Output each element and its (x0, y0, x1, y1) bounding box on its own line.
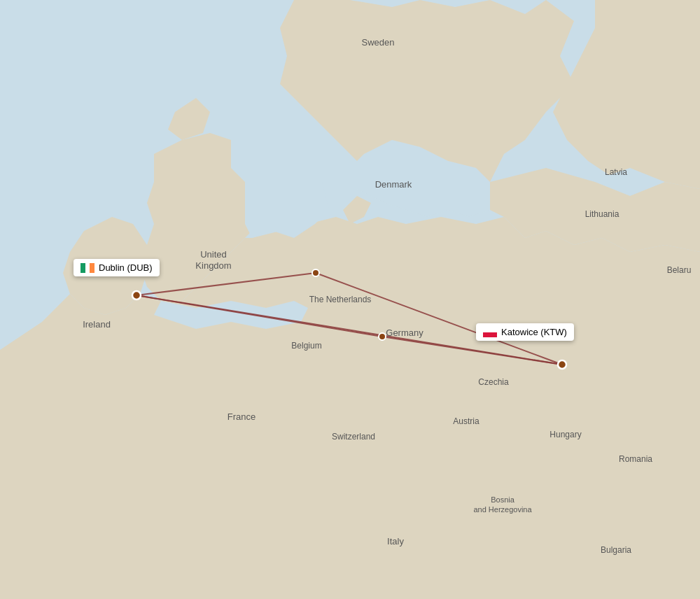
svg-text:The Netherlands: The Netherlands (309, 295, 372, 304)
svg-text:Kingdom: Kingdom (195, 260, 231, 271)
svg-text:Italy: Italy (387, 536, 404, 547)
katowice-airport-text: Katowice (KTW) (501, 327, 567, 337)
svg-text:Switzerland: Switzerland (332, 432, 375, 442)
svg-text:Lithuania: Lithuania (585, 209, 620, 219)
svg-text:France: France (227, 411, 255, 422)
svg-text:Romania: Romania (619, 454, 652, 464)
katowice-airport-label: Katowice (KTW) (476, 323, 574, 341)
svg-text:Belgium: Belgium (291, 341, 321, 351)
svg-point-27 (312, 269, 319, 276)
poland-flag (483, 327, 497, 337)
map-svg: Sweden Latvia Lithuania Belaru Denmark U… (0, 0, 700, 599)
svg-text:Latvia: Latvia (605, 167, 627, 177)
svg-text:Czechia: Czechia (478, 377, 509, 387)
svg-text:Hungary: Hungary (550, 430, 581, 439)
dublin-airport-label: Dublin (DUB) (74, 259, 160, 276)
svg-point-30 (558, 360, 566, 369)
svg-text:Germany: Germany (386, 327, 424, 338)
map-container: Sweden Latvia Lithuania Belaru Denmark U… (0, 0, 700, 599)
svg-text:Bosnia: Bosnia (491, 495, 515, 504)
dublin-airport-text: Dublin (DUB) (99, 262, 153, 273)
svg-point-29 (132, 291, 141, 300)
ireland-flag (80, 263, 94, 273)
svg-text:Belaru: Belaru (667, 265, 692, 275)
svg-text:Denmark: Denmark (375, 179, 412, 190)
svg-text:Austria: Austria (453, 416, 479, 426)
svg-text:United: United (200, 249, 227, 260)
svg-text:Sweden: Sweden (362, 37, 395, 48)
svg-text:Ireland: Ireland (83, 319, 111, 330)
svg-text:and Herzegovina: and Herzegovina (473, 505, 532, 514)
svg-text:Bulgaria: Bulgaria (601, 545, 631, 555)
svg-point-28 (379, 333, 386, 340)
